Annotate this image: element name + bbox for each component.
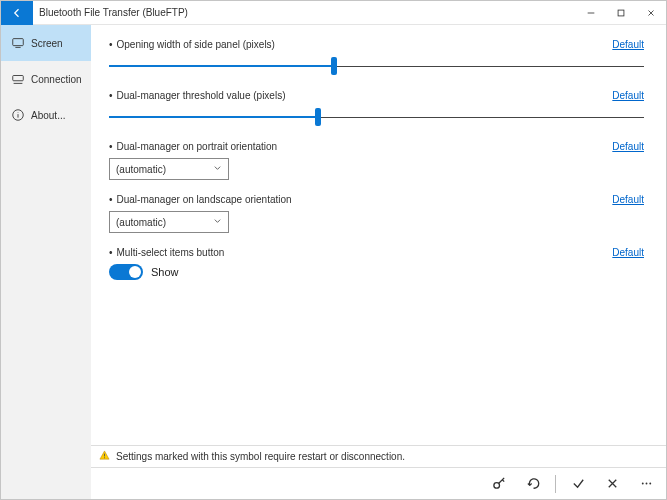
titlebar: Bluetooth File Transfer (BlueFTP): [1, 1, 666, 25]
svg-point-16: [649, 483, 651, 485]
svg-point-14: [641, 483, 643, 485]
settings-content: Opening width of side panel (pixels) Def…: [91, 25, 666, 445]
setting-label: Dual-manager threshold value (pixels): [109, 90, 286, 101]
setting-label: Opening width of side panel (pixels): [109, 39, 275, 50]
default-link[interactable]: Default: [612, 90, 644, 101]
landscape-select[interactable]: (automatic): [109, 211, 229, 233]
undo-button[interactable]: [517, 470, 549, 498]
setting-dual-threshold: Dual-manager threshold value (pixels) De…: [109, 90, 644, 127]
sidebar-item-connection[interactable]: Connection: [1, 61, 91, 97]
chevron-down-icon: [213, 217, 222, 228]
default-link[interactable]: Default: [612, 39, 644, 50]
default-link[interactable]: Default: [612, 141, 644, 152]
setting-label: Dual-manager on landscape orientation: [109, 194, 292, 205]
bottom-action-bar: [91, 467, 666, 499]
sidebar-item-about[interactable]: About...: [1, 97, 91, 133]
sidebar-item-label: About...: [31, 110, 65, 121]
warning-bar: Settings marked with this symbol require…: [91, 445, 666, 467]
svg-point-10: [104, 457, 105, 458]
setting-label: Multi-select items button: [109, 247, 224, 258]
warning-icon: [99, 450, 110, 463]
apply-button[interactable]: [562, 470, 594, 498]
select-value: (automatic): [116, 217, 166, 228]
setting-portrait: Dual-manager on portrait orientation Def…: [109, 141, 644, 180]
setting-multiselect: Multi-select items button Default Show: [109, 247, 644, 280]
multiselect-toggle[interactable]: [109, 264, 143, 280]
portrait-select[interactable]: (automatic): [109, 158, 229, 180]
select-value: (automatic): [116, 164, 166, 175]
svg-point-8: [18, 112, 19, 113]
sidebar: Screen Connection About...: [1, 25, 91, 499]
setting-label: Dual-manager on portrait orientation: [109, 141, 277, 152]
default-link[interactable]: Default: [612, 194, 644, 205]
svg-rect-2: [13, 39, 24, 46]
svg-rect-4: [13, 76, 24, 81]
setting-opening-width: Opening width of side panel (pixels) Def…: [109, 39, 644, 76]
maximize-button[interactable]: [606, 1, 636, 25]
close-button[interactable]: [636, 1, 666, 25]
dual-threshold-slider[interactable]: [109, 107, 644, 127]
monitor-icon: [11, 36, 25, 50]
back-button[interactable]: [1, 1, 33, 25]
chevron-down-icon: [213, 164, 222, 175]
window-title: Bluetooth File Transfer (BlueFTP): [33, 7, 576, 18]
default-link[interactable]: Default: [612, 247, 644, 258]
more-button[interactable]: [630, 470, 662, 498]
setting-landscape: Dual-manager on landscape orientation De…: [109, 194, 644, 233]
toggle-label: Show: [151, 266, 179, 278]
minimize-button[interactable]: [576, 1, 606, 25]
svg-line-13: [502, 480, 504, 482]
separator: [555, 475, 556, 493]
svg-rect-1: [618, 10, 624, 16]
sidebar-item-label: Screen: [31, 38, 63, 49]
opening-width-slider[interactable]: [109, 56, 644, 76]
key-button[interactable]: [483, 470, 515, 498]
info-icon: [11, 108, 25, 122]
sidebar-item-label: Connection: [31, 74, 82, 85]
svg-point-15: [645, 483, 647, 485]
cancel-button[interactable]: [596, 470, 628, 498]
sidebar-item-screen[interactable]: Screen: [1, 25, 91, 61]
warning-text: Settings marked with this symbol require…: [116, 451, 405, 462]
connection-icon: [11, 72, 25, 86]
